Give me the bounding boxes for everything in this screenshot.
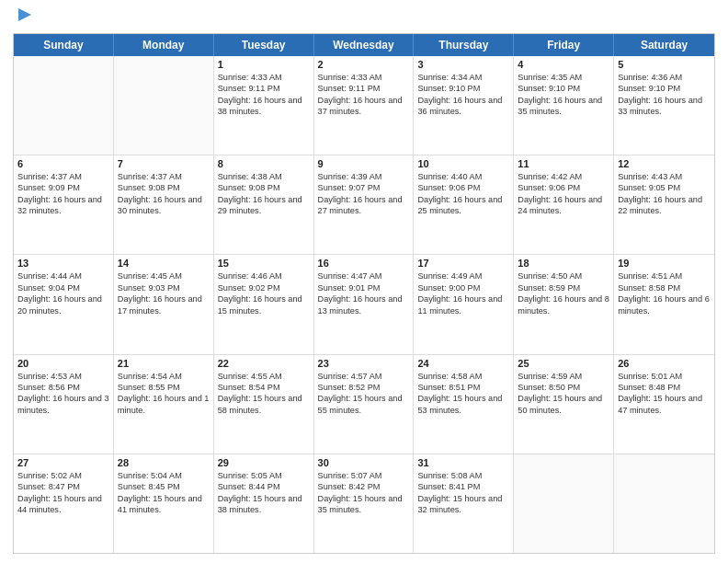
- calendar-cell: 29Sunrise: 5:05 AMSunset: 8:44 PMDayligh…: [214, 454, 314, 553]
- sunset-text: Sunset: 9:06 PM: [518, 182, 609, 193]
- day-number: 12: [618, 158, 711, 169]
- weekday-header: Tuesday: [214, 34, 314, 56]
- daylight-text: Daylight: 15 hours and 32 minutes.: [417, 493, 509, 516]
- day-number: 22: [218, 358, 310, 369]
- sunset-text: Sunset: 9:10 PM: [518, 83, 609, 94]
- day-number: 8: [218, 158, 310, 169]
- calendar-cell: 22Sunrise: 4:55 AMSunset: 8:54 PMDayligh…: [214, 355, 314, 454]
- weekday-header: Friday: [514, 34, 614, 56]
- calendar-cell: 6Sunrise: 4:37 AMSunset: 9:09 PMDaylight…: [14, 155, 114, 254]
- sunset-text: Sunset: 9:11 PM: [218, 83, 310, 94]
- calendar-row: 20Sunrise: 4:53 AMSunset: 8:56 PMDayligh…: [14, 354, 714, 454]
- calendar-cell: 14Sunrise: 4:45 AMSunset: 9:03 PMDayligh…: [114, 255, 214, 353]
- calendar-cell: [114, 56, 214, 155]
- calendar-cell: 18Sunrise: 4:50 AMSunset: 8:59 PMDayligh…: [514, 255, 614, 353]
- calendar-cell: [14, 56, 114, 155]
- sunset-text: Sunset: 9:01 PM: [318, 282, 410, 293]
- header: [13, 9, 715, 28]
- calendar-cell: [614, 454, 714, 553]
- daylight-text: Daylight: 16 hours and 33 minutes.: [618, 95, 711, 118]
- sunset-text: Sunset: 8:55 PM: [118, 382, 210, 393]
- daylight-text: Daylight: 15 hours and 50 minutes.: [518, 393, 609, 416]
- calendar-cell: 13Sunrise: 4:44 AMSunset: 9:04 PMDayligh…: [14, 255, 114, 353]
- sunrise-text: Sunrise: 4:33 AM: [218, 72, 310, 83]
- day-number: 24: [417, 358, 509, 369]
- sunset-text: Sunset: 8:52 PM: [318, 382, 410, 393]
- sunset-text: Sunset: 8:59 PM: [518, 282, 609, 293]
- sunset-text: Sunset: 9:05 PM: [618, 182, 711, 193]
- weekday-header: Saturday: [614, 34, 714, 56]
- daylight-text: Daylight: 16 hours and 11 minutes.: [417, 293, 509, 316]
- day-number: 7: [118, 158, 210, 169]
- daylight-text: Daylight: 16 hours and 20 minutes.: [17, 293, 109, 316]
- calendar-cell: 17Sunrise: 4:49 AMSunset: 9:00 PMDayligh…: [414, 255, 514, 353]
- sunset-text: Sunset: 9:08 PM: [218, 182, 310, 193]
- daylight-text: Daylight: 16 hours and 32 minutes.: [17, 194, 109, 217]
- calendar-cell: 1Sunrise: 4:33 AMSunset: 9:11 PMDaylight…: [214, 56, 314, 155]
- day-number: 11: [518, 158, 609, 169]
- day-number: 15: [218, 258, 310, 269]
- calendar-cell: 28Sunrise: 5:04 AMSunset: 8:45 PMDayligh…: [114, 454, 214, 553]
- sunrise-text: Sunrise: 4:47 AM: [318, 270, 410, 282]
- sunset-text: Sunset: 8:45 PM: [118, 481, 210, 492]
- daylight-text: Daylight: 15 hours and 58 minutes.: [218, 393, 310, 416]
- sunrise-text: Sunrise: 4:37 AM: [118, 171, 210, 182]
- sunrise-text: Sunrise: 4:51 AM: [618, 270, 711, 282]
- calendar-cell: 2Sunrise: 4:33 AMSunset: 9:11 PMDaylight…: [314, 56, 415, 155]
- sunrise-text: Sunrise: 4:49 AM: [417, 270, 509, 282]
- sunset-text: Sunset: 9:08 PM: [118, 182, 210, 193]
- calendar-cell: 23Sunrise: 4:57 AMSunset: 8:52 PMDayligh…: [314, 355, 415, 454]
- daylight-text: Daylight: 16 hours and 15 minutes.: [218, 293, 310, 316]
- sunset-text: Sunset: 8:56 PM: [17, 382, 109, 393]
- weekday-header: Wednesday: [314, 34, 415, 56]
- day-number: 28: [118, 457, 210, 468]
- sunset-text: Sunset: 8:48 PM: [618, 382, 711, 393]
- sunrise-text: Sunrise: 5:01 AM: [618, 371, 711, 382]
- day-number: 18: [518, 258, 609, 269]
- svg-marker-0: [18, 8, 31, 21]
- sunset-text: Sunset: 8:51 PM: [417, 382, 509, 393]
- daylight-text: Daylight: 16 hours and 6 minutes.: [618, 293, 711, 316]
- day-number: 27: [17, 457, 109, 468]
- daylight-text: Daylight: 16 hours and 17 minutes.: [118, 293, 210, 316]
- day-number: 20: [17, 358, 109, 369]
- logo-arrow-icon: [15, 5, 35, 25]
- sunrise-text: Sunrise: 4:42 AM: [518, 171, 609, 182]
- sunrise-text: Sunrise: 4:50 AM: [518, 270, 609, 282]
- sunrise-text: Sunrise: 5:05 AM: [218, 470, 310, 481]
- sunrise-text: Sunrise: 4:57 AM: [318, 371, 410, 382]
- sunrise-text: Sunrise: 4:44 AM: [17, 270, 109, 282]
- calendar-cell: 19Sunrise: 4:51 AMSunset: 8:58 PMDayligh…: [614, 255, 714, 353]
- day-number: 3: [417, 59, 509, 70]
- calendar: SundayMondayTuesdayWednesdayThursdayFrid…: [13, 33, 715, 554]
- calendar-row: 13Sunrise: 4:44 AMSunset: 9:04 PMDayligh…: [14, 254, 714, 353]
- sunset-text: Sunset: 9:10 PM: [417, 83, 509, 94]
- daylight-text: Daylight: 16 hours and 13 minutes.: [318, 293, 410, 316]
- sunrise-text: Sunrise: 4:43 AM: [618, 171, 711, 182]
- calendar-cell: 16Sunrise: 4:47 AMSunset: 9:01 PMDayligh…: [314, 255, 415, 353]
- calendar-cell: 9Sunrise: 4:39 AMSunset: 9:07 PMDaylight…: [314, 155, 415, 254]
- calendar-cell: 30Sunrise: 5:07 AMSunset: 8:42 PMDayligh…: [314, 454, 415, 553]
- calendar-cell: 10Sunrise: 4:40 AMSunset: 9:06 PMDayligh…: [414, 155, 514, 254]
- daylight-text: Daylight: 15 hours and 53 minutes.: [417, 393, 509, 416]
- calendar-cell: 7Sunrise: 4:37 AMSunset: 9:08 PMDaylight…: [114, 155, 214, 254]
- sunrise-text: Sunrise: 4:54 AM: [118, 371, 210, 382]
- sunset-text: Sunset: 8:50 PM: [518, 382, 609, 393]
- daylight-text: Daylight: 16 hours and 35 minutes.: [518, 95, 609, 118]
- daylight-text: Daylight: 16 hours and 27 minutes.: [318, 194, 410, 217]
- sunset-text: Sunset: 8:42 PM: [318, 481, 410, 492]
- day-number: 13: [17, 258, 109, 269]
- sunrise-text: Sunrise: 4:39 AM: [318, 171, 410, 182]
- calendar-header: SundayMondayTuesdayWednesdayThursdayFrid…: [14, 34, 714, 56]
- sunset-text: Sunset: 8:54 PM: [218, 382, 310, 393]
- calendar-cell: 3Sunrise: 4:34 AMSunset: 9:10 PMDaylight…: [414, 56, 514, 155]
- day-number: 31: [417, 457, 509, 468]
- sunset-text: Sunset: 9:02 PM: [218, 282, 310, 293]
- calendar-cell: 15Sunrise: 4:46 AMSunset: 9:02 PMDayligh…: [214, 255, 314, 353]
- day-number: 19: [618, 258, 711, 269]
- daylight-text: Daylight: 15 hours and 47 minutes.: [618, 393, 711, 416]
- calendar-row: 6Sunrise: 4:37 AMSunset: 9:09 PMDaylight…: [14, 155, 714, 254]
- weekday-header: Sunday: [14, 34, 114, 56]
- sunrise-text: Sunrise: 4:38 AM: [218, 171, 310, 182]
- daylight-text: Daylight: 16 hours and 38 minutes.: [218, 95, 310, 118]
